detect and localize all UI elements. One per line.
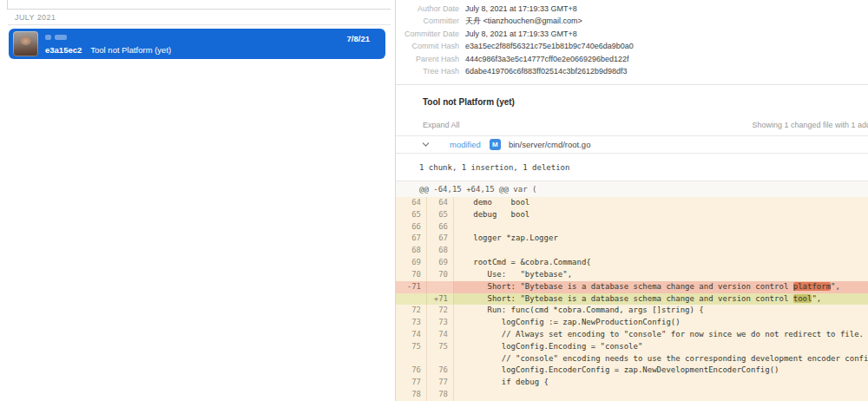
commit-short-hash: e3a15ec2 xyxy=(45,45,82,55)
detail-label: Committer xyxy=(396,15,459,28)
old-line-number xyxy=(396,293,427,306)
code-cell xyxy=(454,389,868,401)
diff-row: 7676 logConfig.EncoderConfig = zap.NewDe… xyxy=(396,365,868,377)
new-line-number xyxy=(427,353,454,365)
old-line-number: 65 xyxy=(396,209,427,221)
diff-row: 7272 Run: func(cmd *cobra.Command, args … xyxy=(396,305,868,317)
modified-badge: M xyxy=(490,139,501,150)
old-line-number: 68 xyxy=(396,245,427,257)
diff-row: 7373 logConfig := zap.NewProductionConfi… xyxy=(396,317,868,329)
old-line-number: 69 xyxy=(396,257,427,269)
diff-word-highlight: tool xyxy=(793,294,812,303)
detail-row: Parent Hash444c986f3a3e5c14777cff0e2e066… xyxy=(396,53,868,66)
git-client-window: JULY 2021 e3a15ec2 Tool not Platform (ye… xyxy=(0,0,868,401)
code-cell: if debug { xyxy=(454,377,868,389)
detail-row: Author DateJuly 8, 2021 at 17:19:33 GMT+… xyxy=(396,3,868,16)
new-line-number: 65 xyxy=(427,209,454,221)
detail-value: 6dabe419706c6f883ff02514c3bf2612b9d98df3 xyxy=(465,65,628,78)
expand-all-button[interactable]: Expand All xyxy=(423,121,460,129)
diff-row: 7777 if debug { xyxy=(396,377,868,389)
old-line-number: 72 xyxy=(396,305,427,317)
diff-row: +71 Short: "Bytebase is a database schem… xyxy=(396,293,868,306)
old-line-number: -71 xyxy=(396,281,427,293)
commit-list-panel: JULY 2021 e3a15ec2 Tool not Platform (ye… xyxy=(0,0,396,401)
diff-row: -71 Short: "Bytebase is a database schem… xyxy=(396,281,868,293)
code-cell: demo bool xyxy=(454,197,868,209)
changed-files-summary: Showing 1 changed file with 1 add xyxy=(752,121,868,129)
diff-row: 6666 xyxy=(396,221,868,233)
old-line-number: 73 xyxy=(396,317,427,329)
diff-word-highlight: platform xyxy=(793,282,831,291)
old-line-number: 75 xyxy=(396,341,427,353)
new-line-number: 77 xyxy=(427,377,454,389)
detail-value: July 8, 2021 at 17:19:33 GMT+8 xyxy=(465,3,577,16)
old-line-number: 70 xyxy=(396,269,427,281)
new-line-number: 69 xyxy=(427,257,454,269)
details-rows: Author天舟 <tianzhouchen@gmail.com>Author … xyxy=(396,0,868,78)
chevron-down-icon[interactable] xyxy=(422,141,430,148)
detail-label: Commit Hash xyxy=(396,40,459,53)
code-cell: logConfig := zap.NewProductionConfig() xyxy=(454,317,868,329)
file-path: bin/server/cmd/root.go xyxy=(509,140,591,149)
detail-row: Committer天舟 <tianzhouchen@gmail.com> xyxy=(396,15,868,28)
diff-row: 6767 logger *zap.Logger xyxy=(396,233,868,245)
new-line-number: 72 xyxy=(427,305,454,317)
old-line-number: 64 xyxy=(396,197,427,209)
code-cell: logConfig.EncoderConfig = zap.NewDevelop… xyxy=(454,365,868,377)
commit-summary-line: e3a15ec2 Tool not Platform (yet) xyxy=(45,45,171,55)
new-line-number: 75 xyxy=(427,341,454,353)
new-line-number: 68 xyxy=(427,245,454,257)
commit-list-section-header: JULY 2021 xyxy=(8,10,391,25)
new-line-number: 64 xyxy=(427,197,454,209)
commit-message-title: Tool not Platform (yet) xyxy=(423,97,515,107)
detail-row: Committer DateJuly 8, 2021 at 17:19:33 G… xyxy=(396,28,868,41)
code-cell: Short: "Bytebase is a database schema ch… xyxy=(454,281,868,293)
details-divider xyxy=(396,84,868,85)
detail-label: Parent Hash xyxy=(396,53,459,66)
new-line-number: 76 xyxy=(427,365,454,377)
old-line-number xyxy=(396,353,427,365)
detail-row: Tree Hash6dabe419706c6f883ff02514c3bf261… xyxy=(396,65,868,78)
new-line-number: +71 xyxy=(427,293,454,306)
code-cell: Short: "Bytebase is a database schema ch… xyxy=(454,293,868,306)
file-status-label: modified xyxy=(450,140,481,149)
code-cell: logConfig.Encoding = "console" xyxy=(454,341,868,353)
detail-value: e3a15ec2f88f56321c75e1b81b9c740e6da9b0a0 xyxy=(465,40,634,53)
commit-list-item-selected[interactable]: e3a15ec2 Tool not Platform (yet) 7/8/21 xyxy=(9,29,385,59)
diff-row: 6868 xyxy=(396,245,868,257)
commit-date: 7/8/21 xyxy=(347,34,370,43)
code-cell: Run: func(cmd *cobra.Command, args []str… xyxy=(454,305,868,317)
detail-label: Author Date xyxy=(396,3,459,16)
diff-row: 7878 xyxy=(396,389,868,401)
new-line-number: 74 xyxy=(427,329,454,341)
new-line-number: 66 xyxy=(427,221,454,233)
diff-view: 6464 demo bool6565 debug bool66666767 lo… xyxy=(396,197,868,401)
diff-row: 6464 demo bool xyxy=(396,197,868,209)
detail-label: Tree Hash xyxy=(396,65,459,78)
detail-label: Committer Date xyxy=(396,28,459,41)
diff-row: 7070 Use: "bytebase", xyxy=(396,269,868,281)
code-cell: debug bool xyxy=(454,209,868,221)
old-line-number: 77 xyxy=(396,377,427,389)
new-line-number xyxy=(427,281,454,293)
diff-toolbar: Expand All Showing 1 changed file with 1… xyxy=(423,119,868,131)
hunk-header: @@ -64,15 +64,15 @@ var ( xyxy=(396,181,868,197)
old-line-number: 67 xyxy=(396,233,427,245)
commit-message: Tool not Platform (yet) xyxy=(90,45,171,55)
code-cell xyxy=(454,245,868,257)
diff-stats: 1 chunk, 1 insertion, 1 deletion xyxy=(396,154,868,181)
code-cell: Use: "bytebase", xyxy=(454,269,868,281)
new-line-number: 78 xyxy=(427,389,454,401)
detail-row: Commit Hashe3a15ec2f88f56321c75e1b81b9c7… xyxy=(396,40,868,53)
code-cell xyxy=(454,221,868,233)
old-line-number: 66 xyxy=(396,221,427,233)
diff-row: 6565 debug bool xyxy=(396,209,868,221)
detail-value: 天舟 <tianzhouchen@gmail.com> xyxy=(465,15,582,28)
new-line-number: 67 xyxy=(427,233,454,245)
changed-file-row[interactable]: modified M bin/server/cmd/root.go xyxy=(396,135,868,154)
new-line-number: 73 xyxy=(427,317,454,329)
code-cell: // Always set encoding to "console" for … xyxy=(454,329,868,341)
code-cell: rootCmd = &cobra.Command{ xyxy=(454,257,868,269)
old-line-number: 76 xyxy=(396,365,427,377)
diff-row: 6969 rootCmd = &cobra.Command{ xyxy=(396,257,868,269)
